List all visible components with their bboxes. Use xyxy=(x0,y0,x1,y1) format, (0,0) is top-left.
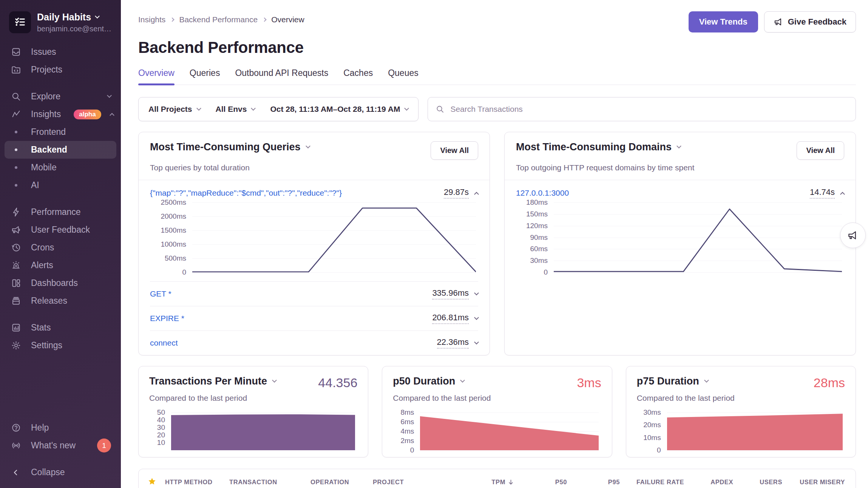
chevron-down-icon[interactable] xyxy=(474,340,479,344)
sidebar-item-stats[interactable]: Stats xyxy=(0,319,121,337)
gear-icon xyxy=(10,340,22,351)
give-feedback-button[interactable]: Give Feedback xyxy=(764,11,856,32)
chevron-up-icon[interactable] xyxy=(840,191,845,196)
sidebar-item-label: Explore xyxy=(31,91,60,102)
sidebar-item-collapse[interactable]: Collapse xyxy=(0,463,121,481)
sidebar-item-settings[interactable]: Settings xyxy=(0,337,121,354)
breadcrumb-separator-icon xyxy=(262,17,266,22)
sidebar-item-issues[interactable]: Issues xyxy=(0,43,121,61)
card-title: Most Time-Consuming Queries xyxy=(150,141,301,153)
column-header-users[interactable]: USERS xyxy=(735,479,785,486)
transactions-table-header: HTTP METHOD TRANSACTION OPERATION PROJEC… xyxy=(139,469,856,488)
sidebar-item-alerts[interactable]: Alerts xyxy=(0,256,121,274)
column-header-user-misery[interactable]: USER MISERY xyxy=(785,479,856,486)
sidebar-item-dashboards[interactable]: Dashboards xyxy=(0,274,121,292)
megaphone-icon xyxy=(774,17,783,27)
p75-title-dropdown[interactable]: p75 Duration xyxy=(637,375,708,387)
column-header-failure-rate[interactable]: FAILURE RATE xyxy=(622,479,686,486)
sidebar-item-explore[interactable]: Explore xyxy=(0,88,121,105)
sidebar-item-ai[interactable]: AI xyxy=(0,176,121,194)
query-duration-value[interactable]: 22.36ms xyxy=(437,337,469,349)
column-header-p95[interactable]: P95 xyxy=(569,479,622,486)
queries-card-title-dropdown[interactable]: Most Time-Consuming Queries xyxy=(150,141,310,153)
query-duration-value[interactable]: 335.96ms xyxy=(432,288,469,300)
chevron-down-icon[interactable] xyxy=(474,290,479,295)
chevron-down-icon xyxy=(196,106,201,111)
sidebar-item-label: Backend xyxy=(31,145,67,155)
chevron-down-icon[interactable] xyxy=(474,315,479,320)
sidebar-item-label: Mobile xyxy=(31,162,57,173)
column-header-project[interactable]: PROJECT xyxy=(373,479,460,486)
column-header-apdex[interactable]: APDEX xyxy=(686,479,735,486)
query-link[interactable]: EXPIRE * xyxy=(150,314,184,323)
sidebar-item-releases[interactable]: Releases xyxy=(0,292,121,310)
date-range-filter[interactable]: Oct 28, 11:13 AM–Oct 28, 11:19 AM xyxy=(263,105,416,114)
chevron-down-icon xyxy=(251,106,256,111)
sidebar-item-user-feedback[interactable]: User Feedback xyxy=(0,221,121,239)
card-subtitle: Top queries by total duration xyxy=(150,163,478,172)
column-header-p50[interactable]: P50 xyxy=(516,479,569,486)
floating-feedback-button[interactable] xyxy=(840,222,866,248)
tab-bar: Overview Queries Outbound API Requests C… xyxy=(138,68,856,85)
p75-chart: 30ms20ms10ms0 xyxy=(637,412,845,450)
tab-overview[interactable]: Overview xyxy=(138,68,175,85)
query-duration-value[interactable]: 206.81ms xyxy=(432,313,469,324)
search-transactions-box[interactable] xyxy=(428,97,856,121)
sidebar-item-backend[interactable]: Backend xyxy=(5,141,116,159)
date-range-label: Oct 28, 11:13 AM–Oct 28, 11:19 AM xyxy=(270,105,400,114)
query-duration-value[interactable]: 29.87s xyxy=(444,187,469,199)
sidebar-item-label: AI xyxy=(31,180,39,190)
view-trends-button[interactable]: View Trends xyxy=(689,11,758,32)
chevron-up-icon[interactable] xyxy=(474,191,479,196)
breadcrumb-insights[interactable]: Insights xyxy=(138,15,165,24)
column-header-tpm-label: TPM xyxy=(491,479,505,486)
starred-column-header-icon[interactable] xyxy=(139,477,165,487)
tab-queues[interactable]: Queues xyxy=(388,68,419,85)
column-header-http-method[interactable]: HTTP METHOD xyxy=(165,479,229,486)
most-time-consuming-domains-card: Most Time-Consuming Domains View All Top… xyxy=(504,132,856,355)
sidebar-item-label: Performance xyxy=(31,207,81,217)
query-link[interactable]: GET * xyxy=(150,289,171,298)
bullet-icon xyxy=(10,148,22,151)
column-header-transaction[interactable]: TRANSACTION xyxy=(229,479,310,486)
sidebar-item-mobile[interactable]: Mobile xyxy=(0,159,121,176)
environment-filter[interactable]: All Envs xyxy=(208,105,263,114)
bar-chart-icon xyxy=(10,323,22,333)
column-header-operation[interactable]: OPERATION xyxy=(310,479,373,486)
sidebar-item-frontend[interactable]: Frontend xyxy=(0,123,121,141)
sidebar-item-crons[interactable]: Crons xyxy=(0,239,121,256)
sidebar-item-insights[interactable]: Insights alpha xyxy=(0,105,121,123)
tpm-title-dropdown[interactable]: Transactions Per Minute xyxy=(149,375,276,387)
queries-view-all-button[interactable]: View All xyxy=(431,141,478,160)
sidebar-item-help[interactable]: Help xyxy=(0,419,121,437)
tab-queries[interactable]: Queries xyxy=(190,68,220,85)
domain-link[interactable]: 127.0.0.1:3000 xyxy=(516,188,569,198)
search-icon xyxy=(436,105,445,114)
search-transactions-input[interactable] xyxy=(450,105,848,114)
sidebar-item-label: What's new xyxy=(31,440,76,451)
card-subtitle: Compared to the last period xyxy=(393,394,601,403)
search-icon xyxy=(10,91,22,102)
sidebar-item-whats-new[interactable]: What's new 1 xyxy=(0,437,121,454)
column-header-tpm[interactable]: TPM xyxy=(460,479,516,486)
sidebar-item-label: Stats xyxy=(31,323,51,333)
sidebar: Daily Habits benjamin.coe@sent… Issues P… xyxy=(0,0,121,488)
sidebar-item-projects[interactable]: Projects xyxy=(0,61,121,79)
p50-title-dropdown[interactable]: p50 Duration xyxy=(393,375,464,387)
sidebar-item-performance[interactable]: Performance xyxy=(0,203,121,221)
tab-outbound-api-requests[interactable]: Outbound API Requests xyxy=(235,68,328,85)
clock-icon xyxy=(10,242,22,253)
domains-card-title-dropdown[interactable]: Most Time-Consuming Domains xyxy=(516,141,681,153)
query-row: connect 22.36ms xyxy=(150,330,478,355)
domain-duration-value[interactable]: 14.74s xyxy=(810,187,835,199)
org-switcher[interactable]: Daily Habits benjamin.coe@sent… xyxy=(0,8,121,43)
query-link[interactable]: {"map":"?","mapReduce":"$cmd","out":"?",… xyxy=(150,188,342,198)
card-title: Transactions Per Minute xyxy=(149,375,267,387)
tab-caches[interactable]: Caches xyxy=(343,68,373,85)
project-filter[interactable]: All Projects xyxy=(141,105,208,114)
breadcrumb-backend-performance[interactable]: Backend Performance xyxy=(179,15,258,24)
sidebar-item-label: Alerts xyxy=(31,260,53,270)
domains-view-all-button[interactable]: View All xyxy=(797,141,844,160)
query-link[interactable]: connect xyxy=(150,338,178,347)
help-icon xyxy=(10,423,22,433)
